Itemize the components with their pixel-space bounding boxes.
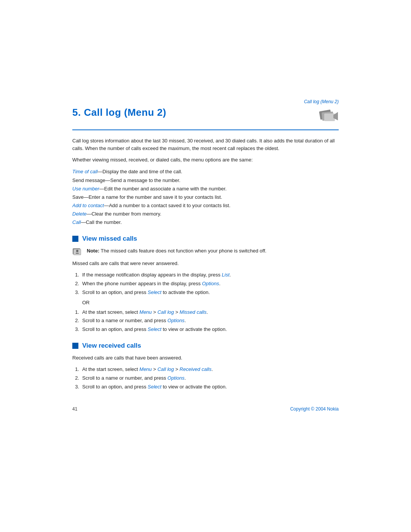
menu-option-use-number: Use number—Edit the number and associate… (72, 185, 339, 193)
received-calls-heading-text: View received calls (82, 342, 141, 350)
intro-paragraph2: Whether viewing missed, received, or dia… (72, 156, 339, 164)
chapter-title: 5. Call log (Menu 2) (72, 107, 166, 118)
chapter-icon (319, 107, 339, 126)
svg-rect-8 (76, 253, 79, 254)
missed-calls-heading-text: View missed calls (82, 235, 137, 243)
missed-calls-section-heading: View missed calls (72, 235, 339, 243)
missed-calls-note-text: Note: The missed calls feature does not … (87, 247, 266, 255)
missed-calls-alt-step3: 3. Scroll to an option, and press Select… (72, 326, 339, 334)
missed-calls-steps-group2: 1. At the start screen, select Menu > Ca… (72, 308, 339, 334)
missed-calls-note: Note: The missed calls feature does not … (72, 247, 339, 256)
page-footer: 41 Copyright © 2004 Nokia (72, 406, 339, 412)
copyright-text: Copyright © 2004 Nokia (290, 406, 339, 412)
chapter-header: 5. Call log (Menu 2) (72, 107, 339, 130)
menu-option-save: Save—Enter a name for the number and sav… (72, 193, 339, 201)
breadcrumb-text: Call log (Menu 2) (304, 99, 339, 104)
note-icon (72, 248, 83, 256)
missed-calls-step2: 2. When the phone number appears in the … (72, 280, 339, 288)
menu-option-send-message: Send message—Send a message to the numbe… (72, 176, 339, 185)
missed-calls-alt-step1: 1. At the start screen, select Menu > Ca… (72, 308, 339, 316)
page-container: Call log (Menu 2) 5. Call log (Menu 2) C… (72, 0, 339, 532)
received-calls-step1: 1. At the start screen, select Menu > Ca… (72, 366, 339, 374)
svg-rect-2 (324, 113, 335, 121)
menu-option-delete: Delete—Clear the number from memory. (72, 210, 339, 218)
missed-calls-step3: 3. Scroll to an option, and press Select… (72, 289, 339, 297)
intro-paragraph1: Call log stores information about the la… (72, 137, 339, 152)
menu-options-list: Time of call—Display the date and time o… (72, 168, 339, 227)
received-calls-section-box-icon (72, 343, 78, 349)
received-calls-intro: Received calls are calls that have been … (72, 354, 339, 362)
menu-option-call: Call—Call the number. (72, 218, 339, 227)
menu-option-add-to-contact: Add to contact—Add a number to a contact… (72, 201, 339, 210)
svg-point-7 (76, 250, 78, 252)
received-calls-steps: 1. At the start screen, select Menu > Ca… (72, 366, 339, 391)
received-calls-step3: 3. Scroll to an option, and press Select… (72, 383, 339, 391)
missed-calls-intro: Missed calls are calls that were never a… (72, 260, 339, 267)
missed-calls-alt-step2: 2. Scroll to a name or number, and press… (72, 317, 339, 325)
section-heading-box-icon (72, 236, 78, 242)
menu-option-time-of-call: Time of call—Display the date and time o… (72, 168, 339, 176)
missed-calls-step1: 1. If the message notification display a… (72, 271, 339, 279)
missed-calls-steps-group1: 1. If the message notification display a… (72, 271, 339, 296)
or-separator: OR (82, 300, 339, 305)
received-calls-step2: 2. Scroll to a name or number, and press… (72, 374, 339, 382)
breadcrumb: Call log (Menu 2) (304, 99, 339, 104)
received-calls-section-heading: View received calls (72, 342, 339, 350)
page-number: 41 (72, 406, 77, 412)
